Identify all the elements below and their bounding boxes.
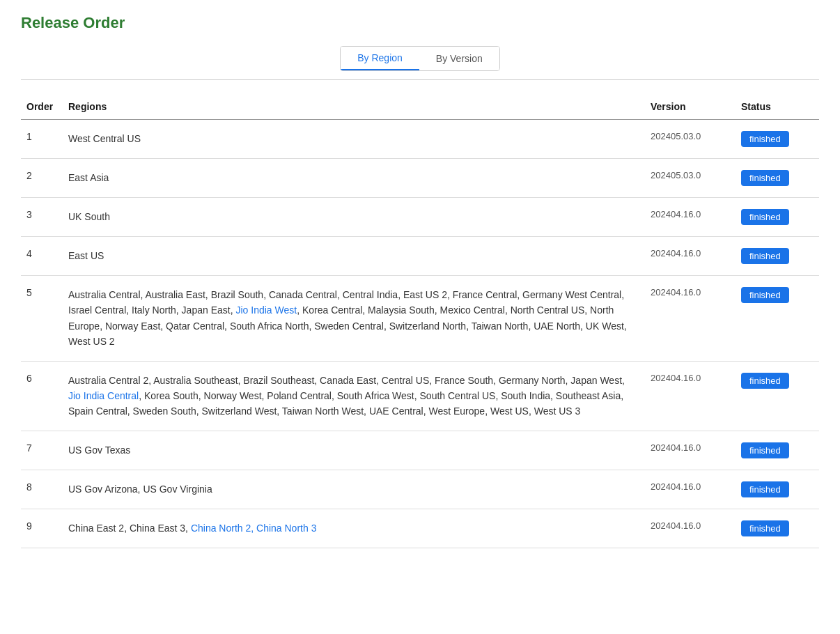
table-row: 4East US202404.16.0finished bbox=[21, 237, 819, 276]
cell-order: 2 bbox=[21, 159, 63, 198]
cell-status: finished bbox=[736, 198, 819, 237]
cell-status: finished bbox=[736, 276, 819, 362]
cell-region: Australia Central 2, Australia Southeast… bbox=[63, 361, 645, 431]
table-row: 5Australia Central, Australia East, Braz… bbox=[21, 276, 819, 362]
header-status: Status bbox=[736, 94, 819, 120]
cell-order: 9 bbox=[21, 509, 63, 548]
cell-order: 8 bbox=[21, 470, 63, 509]
status-badge: finished bbox=[741, 442, 789, 458]
cell-status: finished bbox=[736, 509, 819, 548]
header-regions: Regions bbox=[63, 94, 645, 120]
tab-by-region[interactable]: By Region bbox=[341, 47, 419, 70]
status-badge: finished bbox=[741, 520, 789, 536]
tabs-container: By Region By Version bbox=[21, 46, 819, 71]
cell-version: 202405.03.0 bbox=[645, 159, 736, 198]
cell-status: finished bbox=[736, 470, 819, 509]
cell-region: East Asia bbox=[63, 159, 645, 198]
cell-version: 202404.16.0 bbox=[645, 276, 736, 362]
cell-region: Australia Central, Australia East, Brazi… bbox=[63, 276, 645, 362]
cell-region: East US bbox=[63, 237, 645, 276]
cell-version: 202404.16.0 bbox=[645, 470, 736, 509]
cell-status: finished bbox=[736, 159, 819, 198]
status-badge: finished bbox=[741, 373, 789, 389]
cell-version: 202404.16.0 bbox=[645, 361, 736, 431]
cell-region: US Gov Texas bbox=[63, 431, 645, 470]
table-header: Order Regions Version Status bbox=[21, 94, 819, 120]
status-badge: finished bbox=[741, 209, 789, 225]
table-row: 1West Central US202405.03.0finished bbox=[21, 120, 819, 159]
header-version: Version bbox=[645, 94, 736, 120]
cell-order: 3 bbox=[21, 198, 63, 237]
cell-order: 4 bbox=[21, 237, 63, 276]
status-badge: finished bbox=[741, 170, 789, 186]
cell-order: 5 bbox=[21, 276, 63, 362]
cell-version: 202404.16.0 bbox=[645, 237, 736, 276]
table-row: 3UK South202404.16.0finished bbox=[21, 198, 819, 237]
tabs: By Region By Version bbox=[340, 46, 500, 71]
cell-region: UK South bbox=[63, 198, 645, 237]
table-row: 9China East 2, China East 3, China North… bbox=[21, 509, 819, 548]
release-order-table: Order Regions Version Status 1West Centr… bbox=[21, 94, 819, 548]
cell-version: 202404.16.0 bbox=[645, 509, 736, 548]
cell-order: 7 bbox=[21, 431, 63, 470]
cell-region: West Central US bbox=[63, 120, 645, 159]
table-row: 6Australia Central 2, Australia Southeas… bbox=[21, 361, 819, 431]
status-badge: finished bbox=[741, 481, 789, 497]
tab-by-version[interactable]: By Version bbox=[419, 47, 499, 70]
table-body: 1West Central US202405.03.0finished2East… bbox=[21, 120, 819, 548]
cell-region: US Gov Arizona, US Gov Virginia bbox=[63, 470, 645, 509]
header-order: Order bbox=[21, 94, 63, 120]
table-row: 2East Asia202405.03.0finished bbox=[21, 159, 819, 198]
cell-region: China East 2, China East 3, China North … bbox=[63, 509, 645, 548]
status-badge: finished bbox=[741, 248, 789, 264]
page-title: Release Order bbox=[21, 14, 819, 32]
cell-version: 202405.03.0 bbox=[645, 120, 736, 159]
table-row: 8US Gov Arizona, US Gov Virginia202404.1… bbox=[21, 470, 819, 509]
cell-order: 1 bbox=[21, 120, 63, 159]
cell-status: finished bbox=[736, 237, 819, 276]
cell-version: 202404.16.0 bbox=[645, 198, 736, 237]
table-row: 7US Gov Texas202404.16.0finished bbox=[21, 431, 819, 470]
status-badge: finished bbox=[741, 131, 789, 147]
cell-order: 6 bbox=[21, 361, 63, 431]
status-badge: finished bbox=[741, 287, 789, 303]
divider bbox=[21, 79, 819, 80]
cell-status: finished bbox=[736, 120, 819, 159]
cell-version: 202404.16.0 bbox=[645, 431, 736, 470]
cell-status: finished bbox=[736, 361, 819, 431]
cell-status: finished bbox=[736, 431, 819, 470]
